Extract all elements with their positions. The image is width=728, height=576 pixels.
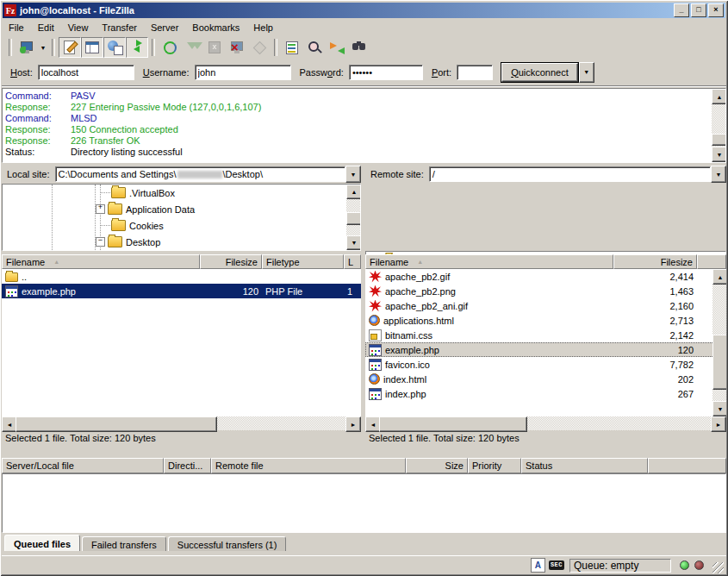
remote-list-vscrollbar[interactable]: ▲ ▼ bbox=[712, 269, 726, 416]
scroll-thumb[interactable] bbox=[346, 212, 361, 225]
menu-transfer[interactable]: Transfer bbox=[95, 20, 144, 35]
scroll-thumb[interactable] bbox=[379, 416, 527, 432]
remote-header-filename[interactable]: Filename▲ bbox=[365, 254, 613, 269]
scroll-thumb[interactable] bbox=[16, 416, 217, 432]
local-header-filesize[interactable]: Filesize bbox=[200, 254, 262, 269]
username-input[interactable] bbox=[195, 65, 291, 80]
directory-comparison-button[interactable] bbox=[303, 37, 326, 58]
menu-view[interactable]: View bbox=[61, 20, 96, 35]
remote-file-row[interactable]: apache_pb2_ani.gif 2,160 bbox=[365, 298, 726, 313]
scroll-right-button[interactable]: ► bbox=[711, 416, 726, 432]
port-input[interactable] bbox=[457, 65, 493, 80]
local-status-text: Selected 1 file. Total size: 120 bytes bbox=[2, 430, 361, 446]
minimize-button[interactable]: _ bbox=[674, 3, 689, 17]
remote-header-filesize[interactable]: Filesize bbox=[613, 254, 697, 269]
filter-button[interactable] bbox=[281, 37, 303, 58]
transfer-type-ascii-icon: A bbox=[531, 558, 545, 573]
synchronized-browsing-button[interactable] bbox=[326, 37, 348, 58]
quickconnect-dropdown[interactable]: ▼ bbox=[579, 62, 594, 83]
scroll-up-button[interactable]: ▲ bbox=[712, 89, 726, 104]
tab-successful-transfers[interactable]: Successful transfers (1) bbox=[168, 536, 287, 551]
toggle-remote-tree-button[interactable] bbox=[103, 37, 126, 58]
menu-bar: File Edit View Transfer Server Bookmarks… bbox=[2, 19, 726, 36]
menu-help[interactable]: Help bbox=[246, 20, 280, 35]
resize-grip[interactable] bbox=[712, 562, 724, 573]
quickconnect-button[interactable]: Quickconnect bbox=[501, 63, 578, 82]
scroll-thumb[interactable] bbox=[712, 335, 726, 390]
remote-file-row[interactable]: apache_pb2.gif 2,414 bbox=[365, 269, 726, 284]
apache-file-icon bbox=[369, 285, 382, 297]
close-button[interactable]: × bbox=[708, 3, 724, 17]
remote-file-row-selected[interactable]: example.php 120 bbox=[365, 342, 726, 357]
local-header-filename[interactable]: Filename▲ bbox=[2, 254, 200, 269]
queue-header-priority[interactable]: Priority bbox=[468, 458, 521, 473]
local-list-hscrollbar[interactable]: ◄ ► bbox=[2, 416, 361, 430]
tab-queued-files[interactable]: Queued files bbox=[4, 535, 80, 551]
remote-file-row[interactable]: bitnami.css 2,142 bbox=[365, 328, 726, 342]
process-queue-button[interactable] bbox=[181, 37, 203, 58]
abort-button[interactable] bbox=[248, 37, 271, 58]
remote-file-row[interactable]: index.php 267 bbox=[365, 386, 726, 401]
menu-bookmarks[interactable]: Bookmarks bbox=[185, 20, 246, 35]
site-manager-button[interactable] bbox=[16, 37, 38, 58]
queue-header-server-local[interactable]: Server/Local file bbox=[2, 458, 164, 473]
toggle-local-tree-button[interactable] bbox=[81, 37, 103, 58]
scroll-down-button[interactable]: ▼ bbox=[346, 235, 361, 250]
scroll-up-button[interactable]: ▲ bbox=[712, 269, 726, 285]
cancel-operation-button[interactable]: x bbox=[203, 37, 226, 58]
scroll-down-button[interactable]: ▼ bbox=[712, 147, 726, 162]
remote-file-row[interactable]: apache_pb2.png 1,463 bbox=[365, 284, 726, 298]
log-scrollbar[interactable]: ▲ ▼ bbox=[712, 89, 725, 162]
log-line: Response:150 Connection accepted bbox=[3, 124, 725, 135]
disconnect-button[interactable]: × bbox=[226, 37, 248, 58]
local-tree-scrollbar[interactable]: ▲ ▼ bbox=[346, 185, 360, 250]
password-input[interactable] bbox=[349, 65, 423, 80]
toggle-transfer-queue-button[interactable] bbox=[126, 37, 148, 58]
remote-file-row[interactable]: favicon.ico 7,782 bbox=[365, 357, 726, 372]
remote-site-row: Remote site: / ▼ bbox=[365, 166, 726, 183]
maximize-button[interactable]: □ bbox=[691, 3, 706, 17]
menu-server[interactable]: Server bbox=[144, 20, 185, 35]
remote-file-row[interactable]: applications.html 2,713 bbox=[365, 313, 726, 328]
tree-item-application-data[interactable]: +Application Data bbox=[3, 201, 360, 217]
scroll-down-button[interactable]: ▼ bbox=[712, 401, 726, 416]
tree-item-desktop[interactable]: −Desktop bbox=[3, 234, 360, 250]
remote-site-dropdown[interactable]: ▼ bbox=[711, 166, 726, 183]
host-input[interactable] bbox=[38, 65, 134, 80]
local-file-row-parent[interactable]: .. bbox=[2, 269, 361, 284]
collapse-icon[interactable]: − bbox=[96, 237, 105, 247]
local-header-lastmodified[interactable]: L bbox=[344, 254, 361, 269]
filezilla-window: Fz john@localhost - FileZilla _ □ × File… bbox=[0, 0, 728, 576]
local-header-filetype[interactable]: Filetype bbox=[262, 254, 344, 269]
menu-edit[interactable]: Edit bbox=[31, 20, 61, 35]
toolbar-separator bbox=[52, 39, 55, 56]
local-site-combo[interactable]: C:\Documents and Settings\\Desktop\ bbox=[55, 166, 345, 182]
queue-header-size[interactable]: Size bbox=[406, 458, 468, 473]
tree-item-virtualbox[interactable]: .VirtualBox bbox=[3, 185, 360, 201]
scroll-thumb[interactable] bbox=[712, 134, 726, 146]
remote-site-label: Remote site: bbox=[365, 169, 429, 179]
remote-site-combo[interactable]: / bbox=[429, 166, 711, 182]
local-site-dropdown[interactable]: ▼ bbox=[345, 166, 361, 183]
scroll-up-button[interactable]: ▲ bbox=[346, 185, 361, 199]
menu-file[interactable]: File bbox=[2, 20, 31, 35]
queue-header-direction[interactable]: Directi... bbox=[164, 458, 211, 473]
message-log-icon bbox=[62, 40, 78, 55]
tree-item-cookies[interactable]: Cookies bbox=[3, 217, 360, 234]
remote-file-row[interactable]: index.html 202 bbox=[365, 372, 726, 386]
find-files-button[interactable] bbox=[348, 37, 370, 58]
site-manager-icon bbox=[19, 40, 34, 55]
expand-icon[interactable]: + bbox=[96, 204, 105, 214]
refresh-button[interactable] bbox=[159, 37, 181, 58]
remote-list-hscrollbar[interactable]: ◄ ► bbox=[365, 416, 726, 430]
remote-header-filler bbox=[697, 254, 726, 269]
scroll-right-button[interactable]: ► bbox=[345, 416, 361, 432]
queue-header-status[interactable]: Status bbox=[521, 458, 648, 473]
php-file-icon bbox=[369, 388, 382, 400]
log-line: Response:226 Transfer OK bbox=[3, 135, 725, 147]
queue-header-remote-file[interactable]: Remote file bbox=[211, 458, 406, 473]
local-file-row-example-php[interactable]: example.php 120 PHP File 1 bbox=[2, 284, 361, 298]
site-manager-dropdown[interactable]: ▼ bbox=[38, 38, 48, 57]
toggle-message-log-button[interactable] bbox=[59, 37, 81, 58]
tab-failed-transfers[interactable]: Failed transfers bbox=[82, 536, 166, 551]
